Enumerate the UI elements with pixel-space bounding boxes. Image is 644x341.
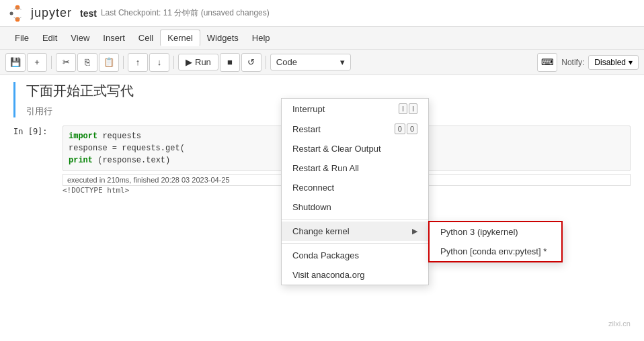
restart-shortcuts: 0 0: [395, 124, 417, 134]
top-bar: jupyter test Last Checkpoint: 11 分钟前 (un…: [0, 0, 644, 27]
interrupt-shortcuts: I I: [399, 103, 417, 114]
notebook-title[interactable]: test: [80, 8, 97, 19]
restart-runall-label: Restart & Run All: [292, 163, 359, 173]
menu-kernel[interactable]: Kernel: [160, 30, 200, 46]
svg-point-1: [15, 17, 20, 21]
menu-cell[interactable]: Cell: [132, 30, 160, 46]
shutdown-label: Shutdown: [292, 202, 331, 212]
kernel-menu-restart-runall[interactable]: Restart & Run All: [282, 158, 428, 178]
kernel-option-pytest[interactable]: Python [conda env:pytest] *: [430, 242, 561, 261]
kernel-menu-reconnect[interactable]: Reconnect: [282, 178, 428, 197]
watermark: zilxi.cn: [608, 320, 631, 328]
restart-button[interactable]: ↺: [241, 53, 261, 72]
code-line1-rest: requests: [102, 132, 141, 141]
kernel-option-python3[interactable]: Python 3 (ipykernel): [430, 222, 561, 242]
copy-button[interactable]: ⎘: [77, 53, 97, 72]
interrupt-button[interactable]: ■: [220, 53, 240, 72]
menu-insert[interactable]: Insert: [96, 30, 132, 46]
move-up-button[interactable]: ↑: [128, 53, 148, 72]
change-kernel-label: Change kernel: [292, 226, 350, 236]
toolbar-sep-4: [266, 56, 266, 69]
change-kernel-chevron: ▶: [412, 227, 417, 236]
kernel-dropdown-menu: Interrupt I I Restart 0 0 Restart & Clea…: [281, 98, 429, 285]
add-cell-button[interactable]: +: [27, 53, 47, 72]
change-kernel-submenu: Python 3 (ipykernel) Python [conda env:p…: [428, 221, 563, 262]
interrupt-label: Interrupt: [292, 104, 325, 114]
run-button[interactable]: ▶ Run: [178, 54, 218, 70]
cell-prompt: In [9]:: [13, 126, 57, 171]
kernel-menu-restart-clear[interactable]: Restart & Clear Output: [282, 139, 428, 158]
toolbar-sep-3: [173, 56, 174, 69]
svg-point-2: [10, 11, 13, 15]
cell-type-chevron: ▾: [340, 57, 345, 67]
notify-chevron: ▾: [629, 58, 633, 67]
conda-packages-label: Conda Packages: [292, 250, 359, 260]
code-line3-rest: (response.text): [97, 156, 170, 165]
kernel-menu-anaconda[interactable]: Visit anaconda.org: [282, 265, 428, 285]
code-keyword-import: import: [69, 132, 97, 141]
keyboard-shortcut-button[interactable]: ⌨: [537, 53, 557, 72]
code-line2-text: response = requests.get(: [69, 144, 185, 153]
code-keyword-print: print: [69, 156, 93, 165]
interrupt-key-2: I: [409, 103, 417, 114]
toolbar: 💾 + ✂ ⎘ 📋 ↑ ↓ ▶ Run ■ ↺ Code ▾ ⌨ Notify:…: [0, 50, 644, 75]
kernel-menu-divider: [282, 219, 428, 220]
reconnect-label: Reconnect: [292, 183, 334, 193]
run-icon: ▶: [186, 57, 192, 67]
menu-edit[interactable]: Edit: [36, 30, 64, 46]
restart-clear-label: Restart & Clear Output: [292, 144, 381, 154]
kernel-menu-conda[interactable]: Conda Packages: [282, 246, 428, 265]
interrupt-key-1: I: [399, 103, 407, 114]
notify-label: Notify:: [561, 58, 584, 67]
restart-key-1: 0: [395, 124, 405, 134]
cut-button[interactable]: ✂: [56, 53, 76, 72]
notify-dropdown[interactable]: Disabled ▾: [588, 55, 639, 70]
cell-type-dropdown[interactable]: Code ▾: [270, 54, 351, 70]
restart-key-2: 0: [407, 124, 417, 134]
kernel-menu-change-kernel[interactable]: Change kernel ▶ Python 3 (ipykernel) Pyt…: [282, 222, 428, 241]
jupyter-logo: jupyter: [8, 4, 72, 23]
menu-file[interactable]: File: [8, 30, 36, 46]
jupyter-logo-icon: [8, 4, 27, 23]
menu-help[interactable]: Help: [245, 30, 277, 46]
cell-type-value: Code: [276, 57, 297, 67]
content-area: 下面开始正式写代 引用行 In [9]: import requests res…: [0, 75, 644, 341]
notify-value: Disabled: [594, 58, 626, 67]
move-down-button[interactable]: ↓: [149, 53, 169, 72]
checkpoint-text: Last Checkpoint: 11 分钟前 (unsaved changes…: [101, 7, 270, 19]
run-label: Run: [195, 57, 211, 67]
menu-view[interactable]: View: [64, 30, 96, 46]
kernel-menu-interrupt[interactable]: Interrupt I I: [282, 99, 428, 119]
menu-widgets[interactable]: Widgets: [200, 30, 245, 46]
toolbar-right: ⌨ Notify: Disabled ▾: [537, 53, 639, 72]
save-button[interactable]: 💾: [5, 53, 26, 72]
restart-label: Restart: [292, 124, 321, 134]
kernel-menu-shutdown[interactable]: Shutdown: [282, 197, 428, 217]
paste-button[interactable]: 📋: [99, 53, 119, 72]
visit-anaconda-label: Visit anaconda.org: [292, 270, 364, 280]
kernel-menu-divider-2: [282, 243, 428, 244]
toolbar-sep-2: [123, 56, 124, 69]
svg-point-0: [15, 5, 20, 9]
jupyter-brand-text: jupyter: [31, 6, 72, 20]
markdown-heading: 下面开始正式写代: [26, 82, 631, 100]
menu-bar: File Edit View Insert Cell Kernel Widget…: [0, 27, 644, 50]
kernel-menu-restart[interactable]: Restart 0 0: [282, 119, 428, 139]
toolbar-sep-1: [51, 56, 52, 69]
